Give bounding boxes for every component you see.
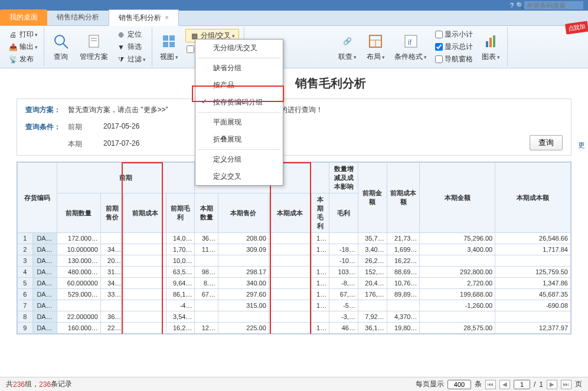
table-row[interactable]: 2DA…10.00000034…1,70…11…309.091…-18…3,40… xyxy=(18,244,571,255)
data-cell: 529.000… xyxy=(57,289,100,300)
link-icon: 🔗 xyxy=(338,32,357,51)
data-cell: 34… xyxy=(100,278,123,289)
dd-no-group[interactable]: 无分组/无交叉 xyxy=(195,40,283,57)
th-stock-code: 存货编码 xyxy=(18,163,57,233)
separator xyxy=(198,112,280,113)
perpage-label: 每页显示 xyxy=(416,379,444,389)
dd-flat-view[interactable]: 平面展现 xyxy=(195,114,283,131)
dd-collapse-view[interactable]: 折叠展现 xyxy=(195,131,283,148)
last-page-button[interactable]: ⏭ xyxy=(561,380,571,389)
cond-format-button[interactable]: if条件格式▾ xyxy=(390,28,432,65)
plan-button[interactable]: 管理方案 xyxy=(75,28,113,65)
data-cell: 16,22… xyxy=(387,255,420,267)
data-cell: 20… xyxy=(100,255,123,267)
publish-button[interactable]: 📡发布 xyxy=(7,53,39,65)
prev-page-button[interactable]: ◀ xyxy=(499,380,510,389)
data-cell: 10.000000 xyxy=(57,244,100,255)
data-cell: 292,800.00 xyxy=(420,267,495,278)
table-row[interactable]: 9DA…160.000…22…16,2…12…225.001…46…36,1…1… xyxy=(18,323,571,334)
th-prev-amount: 前期金额 xyxy=(358,163,387,233)
dd-by-stock-code[interactable]: 按存货编码分组 xyxy=(195,94,283,111)
th-prev-cost: 前期成本额 xyxy=(387,163,420,233)
data-cell: 1… xyxy=(311,278,329,289)
query-panel: 查询方案： 暂无查询方案，请点击 "更多>>" 的进行查询！ 查询条件： 前期 … xyxy=(17,98,571,156)
nav-pane-checkbox[interactable]: 导航窗格 xyxy=(434,54,474,65)
export-icon: 📤 xyxy=(8,42,18,52)
data-cell: 7,92… xyxy=(358,311,387,323)
data-cell xyxy=(269,311,311,323)
data-cell: 315.00 xyxy=(218,300,269,311)
dd-define-cross[interactable]: 定义交叉 xyxy=(195,168,283,185)
data-cell xyxy=(124,244,166,255)
data-cell: 3,400.00 xyxy=(420,244,495,255)
svg-line-1 xyxy=(63,44,68,48)
tab-sales-gross[interactable]: 销售毛利分析× xyxy=(109,9,179,26)
barcode-search-input[interactable] xyxy=(524,1,583,9)
group-dropdown: 无分组/无交叉 缺省分组 按产品 按存货编码分组 平面展现 折叠展现 定义分组 … xyxy=(195,39,283,186)
filter-button[interactable]: ⧩过滤▾ xyxy=(115,53,147,65)
data-cell: 46… xyxy=(329,323,358,334)
svg-rect-6 xyxy=(169,35,175,41)
data-cell xyxy=(124,278,166,289)
data-cell xyxy=(329,233,358,244)
data-cell: 45,687.35 xyxy=(495,289,571,300)
data-cell: 28,575.00 xyxy=(420,323,495,334)
table-row[interactable]: 7DA…-4…315.001…-5…-1,260.00-690.08 xyxy=(18,300,571,311)
th-curr-gross: 本期毛利 xyxy=(311,193,329,233)
data-cell xyxy=(124,289,166,300)
separator xyxy=(198,58,280,58)
table-row[interactable]: 5DA…60.00000034…9,64…8.…340.001…-8,…20,4… xyxy=(18,278,571,289)
curr-period-value: 2017-07-26 xyxy=(103,139,139,149)
table-row[interactable]: 4DA…480.000…31…63,5…98…298.171…103…152,…… xyxy=(18,267,571,278)
data-cell xyxy=(358,300,387,311)
data-cell xyxy=(311,255,329,267)
th-prev-qty: 前期数量 xyxy=(57,193,100,233)
locate-button[interactable]: ⊕定位 xyxy=(115,28,147,41)
data-cell: 1… xyxy=(311,233,329,244)
show-subtotal-checkbox[interactable]: 显示小计 xyxy=(434,29,474,40)
data-cell xyxy=(100,233,123,244)
table-row[interactable]: 8DA…22.00000036…3,54…-3,…7,92…4,370… xyxy=(18,311,571,323)
dd-define-group[interactable]: 定义分组 xyxy=(195,151,283,168)
data-cell: 1… xyxy=(311,289,329,300)
record-count: 236 xyxy=(39,380,51,389)
next-page-button[interactable]: ▶ xyxy=(547,380,557,389)
dd-default-group[interactable]: 缺省分组 xyxy=(195,60,283,77)
result-table: 存货编码 前期 本期 数量增减及成本影响 前期金额 前期成本额 本期金额 本期成… xyxy=(17,162,571,334)
perpage-input[interactable] xyxy=(447,380,471,389)
table-row[interactable]: 3DA…130.000…20…10,0…-10…26,2…16,22… xyxy=(18,255,571,267)
query-button[interactable]: 查询 xyxy=(47,28,75,65)
chart-button[interactable]: 图表▾ xyxy=(476,28,505,65)
layout-button[interactable]: 布局▾ xyxy=(361,28,390,65)
stock-code-cell: DA… xyxy=(32,323,57,334)
th-prev: 前期 xyxy=(57,163,195,193)
view-button[interactable]: 视图▾ xyxy=(155,28,183,65)
linked-query-button[interactable]: 🔗联查▾ xyxy=(333,28,361,65)
data-cell xyxy=(269,278,311,289)
run-query-button[interactable]: 查询 xyxy=(530,135,563,150)
data-cell: 103… xyxy=(329,267,358,278)
data-cell: -3,… xyxy=(329,311,358,323)
data-cell: 36… xyxy=(195,233,218,244)
table-row[interactable]: 1DA…172.000…14,0…36…208.001…35,7…21,73…7… xyxy=(18,233,571,244)
data-cell xyxy=(495,255,571,267)
show-total-checkbox[interactable]: 显示总计 xyxy=(434,41,474,52)
first-page-button[interactable]: ⏮ xyxy=(485,380,496,389)
more-link[interactable]: 更 xyxy=(578,140,585,150)
dd-by-product[interactable]: 按产品 xyxy=(195,77,283,94)
tab-desktop[interactable]: 我的桌面 xyxy=(0,9,47,25)
th-qty-gross: 毛利 xyxy=(329,193,358,233)
table-row[interactable]: 6DA…529.000…33…86,1…67…297.601…67,…176,…… xyxy=(18,289,571,300)
page-title: 销售毛利分析 xyxy=(0,68,588,98)
select-button[interactable]: ▼筛选 xyxy=(115,41,147,53)
close-icon[interactable]: × xyxy=(165,14,169,22)
data-cell xyxy=(218,255,269,267)
ribbon: 🖨打印▾ 📤输出▾ 📡发布 查询 管理方案 ⊕定位 ▼筛选 ⧩过滤▾ 视图▾ ▦… xyxy=(0,26,588,68)
output-button[interactable]: 📤输出▾ xyxy=(7,41,39,53)
print-button[interactable]: 🖨打印▾ xyxy=(7,28,39,41)
data-cell xyxy=(195,255,218,267)
tab-sales-structure[interactable]: 销售结构分析 xyxy=(47,9,109,25)
data-cell: -18… xyxy=(329,244,358,255)
help-icon[interactable]: ? xyxy=(510,2,514,9)
page-input[interactable] xyxy=(514,380,530,389)
